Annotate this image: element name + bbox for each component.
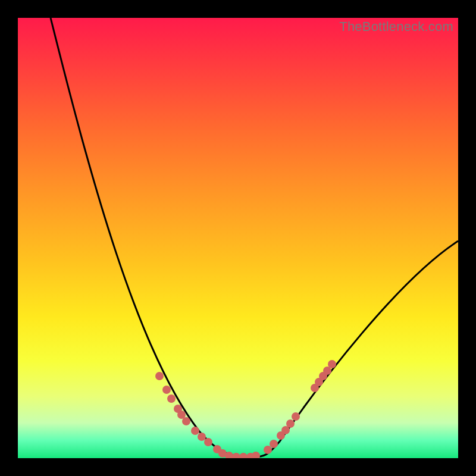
curve-marker [213, 445, 221, 453]
plot-area: TheBottleneck.com [18, 18, 458, 458]
curve-marker [323, 367, 331, 375]
curve-marker [281, 426, 290, 434]
curve-marker [277, 431, 285, 440]
curve-marker [264, 446, 272, 454]
curve-marker [246, 453, 255, 458]
curve-marker [182, 417, 190, 425]
curve-layer [18, 18, 458, 458]
curve-marker [218, 449, 227, 458]
curve-marker [167, 394, 176, 403]
curve-marker [198, 433, 206, 441]
curve-marker [232, 453, 240, 458]
curve-marker [292, 412, 300, 421]
curve-marker [252, 452, 260, 458]
curve-marker [319, 372, 327, 380]
curve-marker [204, 438, 212, 446]
curve-marker [315, 378, 323, 386]
curve-marker [162, 386, 171, 394]
curve-marker [311, 384, 319, 392]
curve-marker [328, 360, 336, 368]
bottleneck-curve [51, 18, 458, 457]
watermark-text: TheBottleneck.com [339, 19, 453, 35]
curve-marker [286, 419, 295, 428]
marker-group [155, 360, 336, 458]
curve-marker [174, 405, 182, 413]
curve-marker [270, 440, 278, 448]
curve-marker [225, 452, 233, 458]
stage: TheBottleneck.com [0, 0, 476, 476]
curve-marker [239, 453, 248, 458]
curve-marker [155, 372, 164, 380]
curve-marker [191, 427, 199, 435]
curve-marker [177, 411, 186, 419]
